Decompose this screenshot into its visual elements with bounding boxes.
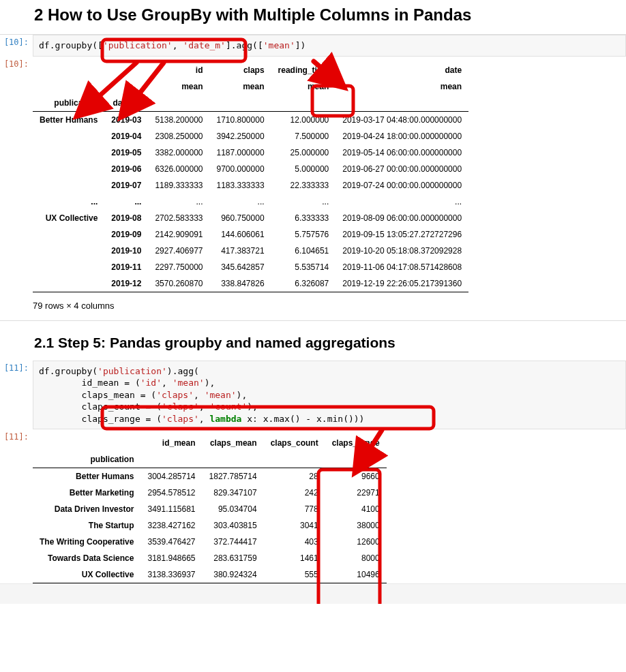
cell: 4100 [325,501,387,517]
output-table-2: id_mean claps_mean claps_count claps_ran… [33,435,387,583]
cell: 8000 [325,550,387,566]
cell: 3181.948665 [140,550,202,566]
table-index-names-row: publication date_m [33,95,468,112]
index-name: date_m [104,95,148,112]
cell: 38000 [325,517,387,534]
in-prompt: [11]: [0,361,33,373]
code-text: df.groupby( [39,40,98,50]
cell: 7.500000 [271,128,336,144]
cell: 1827.785714 [203,468,264,485]
input-cell-10: [10]: df.groupby(['publication', 'date_m… [0,35,626,57]
col-header: claps_count [264,435,325,451]
in-prompt: [10]: [0,35,33,47]
cell: 3570.260870 [148,275,209,292]
code-text: id_mean = ( [39,378,140,388]
cell: 778 [264,501,325,517]
index-cell: 2019-08 [104,210,148,226]
cell: 3041 [264,517,325,534]
index-cell: 2019-11 [104,259,148,275]
cell: 6.104651 [271,243,336,259]
table-footer: 79 rows × 4 columns [33,292,626,320]
table-row: 2019-102927.406977417.3837216.1046512019… [33,243,468,259]
cell: 403 [264,534,325,550]
cell: 3138.336937 [140,566,202,583]
index-cell: 2019-03 [104,111,148,128]
cell: 3539.476427 [140,534,202,550]
cell: 1461 [264,550,325,566]
cell: 95.034704 [203,501,264,517]
table-index-names-row: publication [33,451,387,468]
input-cell-11: [11]: df.groupby('publication').agg( id_… [0,361,626,430]
cell: 1710.800000 [209,111,271,128]
code-arg: 'mean' [173,378,205,388]
index-cell: 2019-09 [104,226,148,243]
cell: 338.847826 [209,275,271,292]
cell: 417.383721 [209,243,271,259]
cell: 829.347107 [203,485,264,501]
code-text: claps_range = ( [39,414,162,424]
code-arg: 'mean' [205,390,237,400]
table-header-row: id_mean claps_mean claps_count claps_ran… [33,435,387,451]
cell: 2297.750000 [148,259,209,275]
cell: 9700.000000 [209,161,271,177]
cell: 2019-04-24 18:00:00.000000000 [336,128,468,144]
sub-header: mean [336,78,468,95]
cell: 12600 [325,534,387,550]
index-cell [33,243,104,259]
col-header: id_mean [140,435,202,451]
index-name: publication [33,451,140,468]
cell: 5.757576 [271,226,336,243]
code-text: ), [247,401,258,412]
cell: 3004.285714 [140,468,202,485]
table-row: 2019-066326.0000009700.0000005.000000201… [33,161,468,177]
cell: 2019-11-06 04:17:08.571428608 [336,259,468,275]
code-text: , [199,401,210,412]
cell: 2308.250000 [148,128,209,144]
code-text: , [199,414,210,424]
section-21-wrap: 2.1 Step 5: Pandas groupby and named agg… [0,321,626,584]
cell: 12.000000 [271,111,336,128]
index-cell: 2019-07 [104,177,148,194]
index-cell [33,259,104,275]
table-row: The Startup3238.427162303.40381530413800… [33,517,387,534]
cell: 2702.583333 [148,210,209,226]
table-row: 2019-123570.260870338.8478266.3260872019… [33,275,468,292]
code-text: ), [205,378,215,388]
index-cell: 2019-04 [104,128,148,144]
cell: 2019-12-19 22:26:05.217391360 [336,275,468,292]
table-subheader-row: mean mean mean mean [33,78,468,95]
cell: 1189.333333 [148,177,209,194]
code-text: claps_mean = ( [39,390,156,400]
cell: 2954.578512 [140,485,202,501]
index-cell [33,226,104,243]
code-cell-10[interactable]: df.groupby(['publication', 'date_m'].agg… [33,35,626,57]
code-cell-11[interactable]: df.groupby('publication').agg( id_mean =… [33,361,626,430]
cell: 2927.406977 [148,243,209,259]
col-header: claps_mean [203,435,264,451]
cell: 2019-06-27 00:00:00.000000000 [336,161,468,177]
index-cell: Data Driven Investor [33,501,140,517]
index-cell: 2019-10 [104,243,148,259]
code-arg: 'claps' [156,390,194,400]
cell: 2019-08-09 06:00:00.000000000 [336,210,468,226]
code-text: , [194,390,205,400]
cell: 283.631759 [203,550,264,566]
code-arg: 'claps' [162,414,199,424]
code-text: , [162,378,173,388]
output-cell-11: [11]: id_mean claps_mean claps_count cla… [0,429,626,583]
ellipsis-row: .................. [33,194,468,210]
code-text: ).agg( [167,366,199,376]
cell: 2019-10-20 05:18:08.372092928 [336,243,468,259]
cell: 3382.000000 [148,144,209,161]
cell: 6.326087 [271,275,336,292]
index-cell [33,275,104,292]
code-text: df.groupby( [39,366,98,376]
index-cell [33,161,104,177]
code-arg: 'claps' [162,401,199,412]
cell: 1183.333333 [209,177,271,194]
index-cell: 2019-06 [104,161,148,177]
table-row: 2019-042308.2500003942.2500007.500000201… [33,128,468,144]
code-text: .agg([ [231,40,263,50]
cell: 28 [264,468,325,485]
table-row: Towards Data Science3181.948665283.63175… [33,550,387,566]
